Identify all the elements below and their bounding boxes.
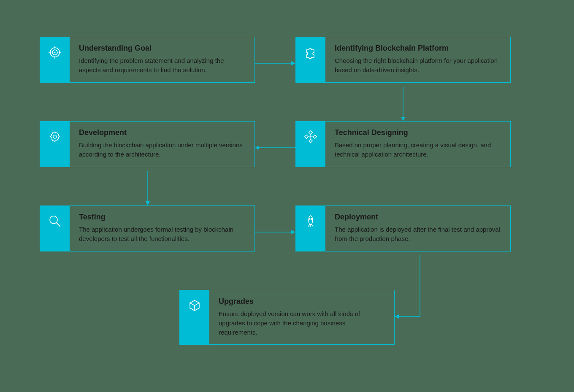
svg-marker-27 bbox=[395, 314, 399, 319]
step-title: Deployment bbox=[335, 213, 501, 222]
svg-rect-9 bbox=[309, 139, 312, 143]
step-testing: Testing The application undergoes formal… bbox=[40, 205, 255, 251]
step-deployment: Deployment The application is deployed a… bbox=[295, 205, 511, 251]
svg-marker-26 bbox=[291, 230, 295, 234]
svg-marker-20 bbox=[401, 117, 405, 121]
step-identifying-platform: Identifying Blockchain Platform Choosing… bbox=[295, 37, 511, 83]
connector-goal-to-platform bbox=[255, 59, 295, 68]
connector-deploy-to-upgrades bbox=[395, 255, 428, 323]
connector-dev-to-test bbox=[144, 171, 152, 205]
step-desc: The application is deployed after the fi… bbox=[335, 225, 501, 243]
svg-point-2 bbox=[54, 52, 56, 53]
svg-rect-10 bbox=[305, 135, 308, 138]
svg-line-15 bbox=[57, 223, 60, 226]
rocket-icon bbox=[296, 206, 325, 251]
puzzle-icon bbox=[296, 37, 325, 82]
step-desc: Based on proper planning, creating a vis… bbox=[335, 141, 501, 159]
magnifier-icon bbox=[40, 206, 70, 251]
step-development: Development Building the blockchain appl… bbox=[40, 121, 255, 167]
gear-icon bbox=[40, 122, 70, 167]
step-title: Development bbox=[79, 128, 245, 137]
svg-rect-11 bbox=[313, 135, 317, 138]
step-title: Technical Designing bbox=[335, 128, 501, 137]
svg-point-16 bbox=[310, 218, 312, 220]
svg-point-7 bbox=[53, 135, 57, 138]
connector-design-to-dev bbox=[255, 143, 295, 152]
process-diagram: Understanding Goal Identifying the probl… bbox=[0, 0, 574, 392]
step-technical-designing: Technical Designing Based on proper plan… bbox=[295, 121, 511, 167]
svg-marker-22 bbox=[255, 146, 259, 150]
step-desc: Identifying the problem statement and an… bbox=[79, 56, 245, 75]
nodes-icon bbox=[296, 122, 325, 167]
svg-marker-18 bbox=[291, 61, 295, 65]
cube-icon bbox=[180, 290, 209, 344]
step-title: Identifying Blockchain Platform bbox=[335, 44, 501, 53]
svg-rect-8 bbox=[309, 131, 312, 134]
step-title: Understanding Goal bbox=[79, 44, 245, 53]
step-title: Upgrades bbox=[219, 297, 385, 306]
step-understanding-goal: Understanding Goal Identifying the probl… bbox=[40, 37, 255, 83]
svg-marker-24 bbox=[146, 201, 150, 205]
step-upgrades: Upgrades Ensure deployed version can wor… bbox=[179, 290, 395, 345]
step-desc: Building the blockchain application unde… bbox=[79, 141, 245, 159]
step-title: Testing bbox=[79, 213, 245, 222]
connector-test-to-deploy bbox=[255, 228, 295, 236]
connector-platform-to-design bbox=[399, 87, 407, 121]
step-desc: Ensure deployed version can work with al… bbox=[219, 309, 385, 337]
target-icon bbox=[40, 37, 70, 82]
step-desc: The application undergoes formal testing… bbox=[79, 225, 245, 243]
step-desc: Choosing the right blockchain platform f… bbox=[335, 56, 501, 75]
